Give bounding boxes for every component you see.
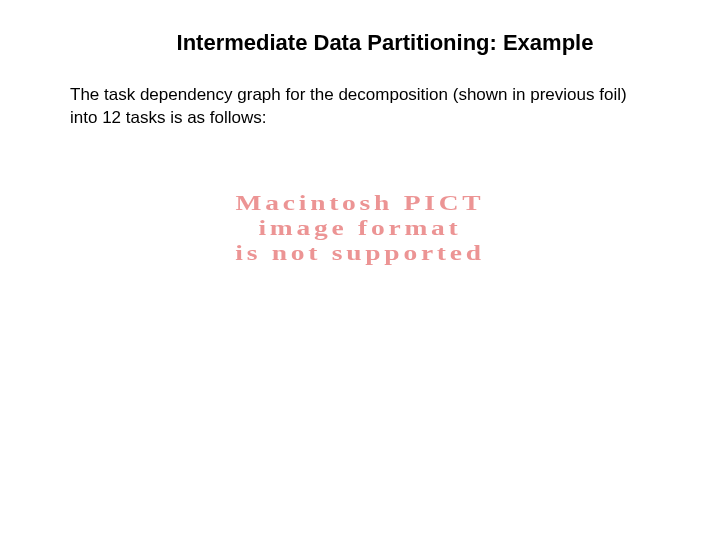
slide-container: Intermediate Data Partitioning: Example … — [0, 0, 720, 540]
slide-body-text: The task dependency graph for the decomp… — [70, 84, 650, 130]
pict-error-line-3: is not supported — [0, 240, 720, 265]
pict-error-placeholder: Macintosh PICT image format is not suppo… — [70, 190, 650, 266]
slide-title: Intermediate Data Partitioning: Example — [120, 30, 650, 56]
pict-error-line-2: image format — [0, 215, 720, 240]
pict-error-line-1: Macintosh PICT — [0, 190, 720, 215]
